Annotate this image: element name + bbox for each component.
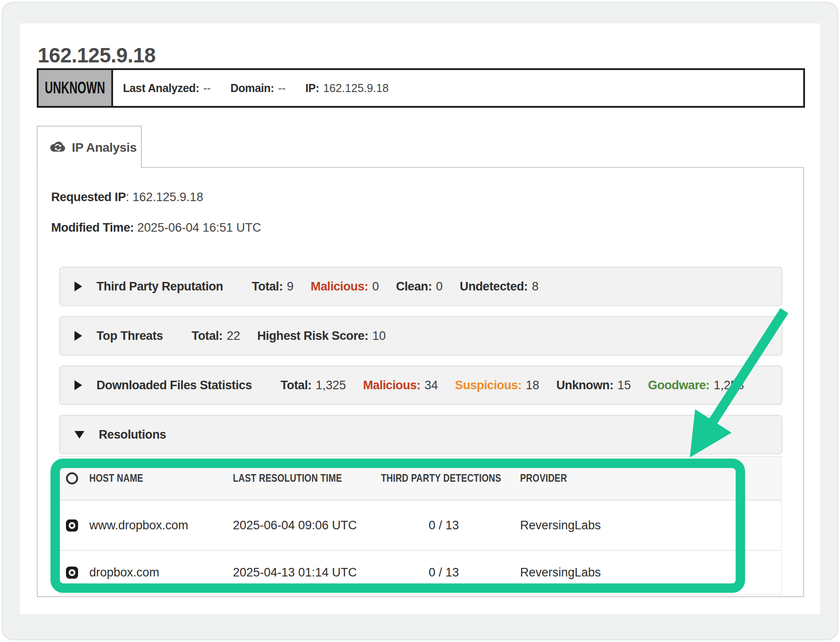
table-row: dropbox.com 2025-04-13 01:14 UTC 0 / 13 … bbox=[60, 551, 781, 594]
provider-cell: ReversingLabs bbox=[507, 519, 781, 532]
classification-badge-label: UNKNOWN bbox=[45, 79, 105, 97]
status-fields: Last Analyzed: -- Domain: -- IP: 162.125… bbox=[113, 70, 389, 106]
last-resolution-time-cell: 2025-06-04 09:06 UTC bbox=[233, 519, 381, 532]
ip-analysis-page: 162.125.9.18 UNKNOWN Last Analyzed: -- D… bbox=[0, 0, 840, 642]
col-last-resolution-time: LAST RESOLUTION TIME bbox=[233, 472, 381, 484]
section-third-party-reputation[interactable]: Third Party Reputation Total:9 Malicious… bbox=[59, 267, 783, 306]
section-stats: Total:1,325 Malicious:34 Suspicious:18 U… bbox=[280, 378, 744, 392]
page-title: 162.125.9.18 bbox=[38, 43, 156, 67]
section-resolutions[interactable]: Resolutions bbox=[59, 415, 783, 454]
section-stats: Total:9 Malicious:0 Clean:0 Undetected:8 bbox=[252, 280, 538, 294]
host-cell-icon bbox=[60, 567, 89, 579]
provider-cell: ReversingLabs bbox=[507, 566, 781, 580]
third-party-detections-cell: 0 / 13 bbox=[381, 566, 507, 580]
table-row: www.dropbox.com 2025-06-04 09:06 UTC 0 /… bbox=[60, 501, 781, 551]
status-field-last-analyzed: Last Analyzed: -- bbox=[123, 82, 211, 95]
section-top-threats[interactable]: Top Threats Total:22 Highest Risk Score:… bbox=[59, 316, 783, 356]
col-host-name: HOST NAME bbox=[89, 472, 233, 484]
caret-down-icon bbox=[74, 431, 84, 439]
col-provider: PROVIDER bbox=[507, 472, 781, 484]
requested-ip-line: Requested IP: 162.125.9.18 bbox=[51, 190, 203, 204]
cloud-sync-icon bbox=[49, 140, 66, 155]
section-stats: Total:22 Highest Risk Score:10 bbox=[192, 329, 386, 343]
last-resolution-time-cell: 2025-04-13 01:14 UTC bbox=[233, 566, 381, 580]
caret-right-icon bbox=[74, 331, 82, 341]
col-third-party-detections: THIRD PARTY DETECTIONS bbox=[381, 472, 507, 484]
tab-label: IP Analysis bbox=[72, 141, 137, 155]
caret-right-icon bbox=[74, 380, 82, 390]
status-field-domain: Domain: -- bbox=[231, 82, 286, 95]
host-cell-icon bbox=[60, 519, 89, 532]
resolutions-table-header: HOST NAME LAST RESOLUTION TIME THIRD PAR… bbox=[60, 457, 781, 501]
host-icon bbox=[66, 567, 78, 579]
status-bar: UNKNOWN Last Analyzed: -- Domain: -- IP:… bbox=[37, 68, 805, 108]
circle-icon bbox=[66, 472, 78, 484]
host-name-cell: www.dropbox.com bbox=[89, 519, 233, 532]
host-name-cell: dropbox.com bbox=[89, 566, 233, 580]
classification-badge: UNKNOWN bbox=[39, 70, 113, 106]
content-card: 162.125.9.18 UNKNOWN Last Analyzed: -- D… bbox=[20, 23, 820, 614]
third-party-detections-cell: 0 / 13 bbox=[381, 519, 507, 532]
tab-ip-analysis[interactable]: IP Analysis bbox=[37, 126, 142, 168]
host-icon bbox=[66, 519, 78, 532]
status-field-ip: IP: 162.125.9.18 bbox=[305, 82, 389, 95]
modified-time-line: Modified Time: 2025-06-04 16:51 UTC bbox=[51, 221, 261, 235]
section-downloaded-files-statistics[interactable]: Downloaded Files Statistics Total:1,325 … bbox=[59, 365, 783, 405]
ip-analysis-panel: Requested IP: 162.125.9.18 Modified Time… bbox=[37, 167, 804, 597]
caret-right-icon bbox=[74, 281, 82, 291]
resolutions-table: HOST NAME LAST RESOLUTION TIME THIRD PAR… bbox=[59, 456, 782, 594]
select-column-header bbox=[60, 472, 89, 484]
